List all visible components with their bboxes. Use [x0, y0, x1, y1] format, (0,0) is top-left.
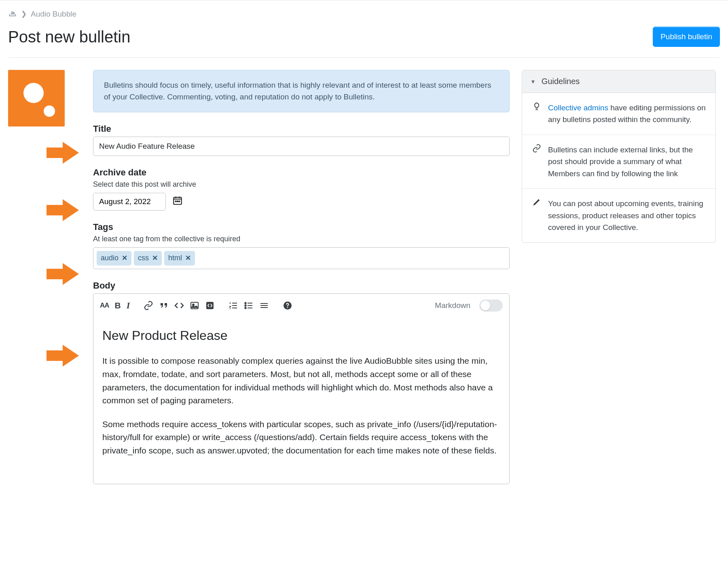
- svg-point-15: [287, 307, 288, 308]
- guideline-item: Bulletins can include external links, bu…: [522, 135, 715, 189]
- svg-point-12: [245, 305, 246, 306]
- guideline-item: You can post about upcoming events, trai…: [522, 189, 715, 242]
- editor-box: AA B I: [93, 293, 510, 484]
- collective-admins-link[interactable]: Collective admins: [548, 103, 608, 112]
- page-title: Post new bulletin: [8, 28, 130, 46]
- title-group: Title: [93, 124, 510, 156]
- image-icon[interactable]: [190, 301, 199, 310]
- link-icon: [532, 144, 542, 153]
- tag-label: css: [138, 254, 149, 262]
- archive-date-group: Archive date Select date this post will …: [93, 167, 510, 211]
- tag-remove-icon[interactable]: ✕: [152, 254, 158, 262]
- page-header: Post new bulletin Publish bulletin: [8, 27, 720, 58]
- left-column: [8, 70, 81, 126]
- markdown-label: Markdown: [435, 301, 470, 310]
- tags-label: Tags: [93, 222, 510, 232]
- lightbulb-icon: [532, 102, 542, 111]
- tag-label: audio: [101, 254, 119, 262]
- tags-hint: At least one tag from the collective is …: [93, 235, 510, 243]
- collective-avatar: [8, 70, 65, 126]
- archive-date-hint: Select date this post will archive: [93, 180, 510, 189]
- guideline-text: Bulletins can include external links, bu…: [548, 144, 706, 179]
- breadcrumb-link[interactable]: Audio Bubble: [31, 10, 76, 19]
- italic-icon[interactable]: I: [127, 300, 130, 311]
- code-icon[interactable]: [174, 301, 184, 310]
- chevron-down-icon: ▼: [530, 78, 536, 85]
- svg-point-6: [177, 201, 178, 202]
- pencil-icon: [532, 198, 542, 207]
- help-icon[interactable]: [283, 301, 292, 310]
- tag-chip[interactable]: css✕: [134, 251, 162, 266]
- info-notice: Bulletins should focus on timely, useful…: [93, 70, 510, 112]
- svg-point-7: [179, 201, 180, 202]
- tags-input[interactable]: audio✕css✕html✕: [93, 247, 510, 269]
- horizontal-rule-icon[interactable]: [259, 301, 269, 310]
- sidebar: ▼ Guidelines Collective admins have edit…: [522, 70, 716, 243]
- tags-group: Tags At least one tag from the collectiv…: [93, 222, 510, 269]
- tag-chip[interactable]: audio✕: [97, 251, 131, 266]
- title-input[interactable]: [93, 137, 510, 156]
- arrow-indicator-icon: [47, 142, 79, 164]
- arrow-indicator-icon: [47, 345, 79, 367]
- tag-label: html: [168, 254, 182, 262]
- body-label: Body: [93, 280, 510, 291]
- guidelines-header[interactable]: ▼ Guidelines: [522, 70, 715, 93]
- editor-paragraph: Some methods require access_tokens with …: [102, 418, 500, 457]
- tag-remove-icon[interactable]: ✕: [122, 254, 127, 262]
- svg-marker-3: [47, 345, 79, 367]
- main-column: Bulletins should focus on timely, useful…: [93, 70, 510, 495]
- svg-marker-0: [47, 142, 79, 164]
- guidelines-title: Guidelines: [542, 77, 580, 86]
- svg-marker-1: [47, 199, 79, 221]
- svg-rect-10: [206, 302, 214, 309]
- guidelines-panel: ▼ Guidelines Collective admins have edit…: [522, 70, 716, 243]
- archive-date-label: Archive date: [93, 167, 510, 178]
- calendar-icon[interactable]: [172, 195, 183, 208]
- link-icon[interactable]: [144, 301, 153, 310]
- editor-toolbar: AA B I: [93, 294, 509, 318]
- quote-icon[interactable]: [159, 301, 169, 310]
- markdown-toggle[interactable]: [479, 299, 503, 312]
- arrow-indicator-icon: [47, 263, 79, 285]
- heading-icon[interactable]: AA: [100, 301, 109, 310]
- chevron-right-icon: ❯: [21, 10, 27, 18]
- title-label: Title: [93, 124, 510, 134]
- breadcrumb: ❯ Audio Bubble: [8, 8, 720, 19]
- ordered-list-icon[interactable]: [229, 301, 238, 310]
- body-group: Body AA B I: [93, 280, 510, 484]
- svg-marker-2: [47, 263, 79, 285]
- arrow-indicator-icon: [47, 199, 79, 221]
- guideline-text: You can post about upcoming events, trai…: [548, 198, 706, 233]
- tag-chip[interactable]: html✕: [164, 251, 195, 266]
- publish-bulletin-button[interactable]: Publish bulletin: [653, 27, 720, 47]
- guideline-text: Collective admins have editing permissio…: [548, 102, 706, 126]
- svg-point-5: [176, 201, 176, 202]
- svg-point-13: [245, 307, 246, 308]
- tag-remove-icon[interactable]: ✕: [185, 254, 191, 262]
- editor-heading: New Product Release: [102, 326, 500, 346]
- editor-paragraph: It is possible to compose reasonably com…: [102, 354, 500, 407]
- editor-content[interactable]: New Product Release It is possible to co…: [93, 318, 509, 484]
- snippet-icon[interactable]: [205, 301, 215, 310]
- bold-icon[interactable]: B: [115, 301, 121, 310]
- archive-date-input[interactable]: [93, 193, 166, 211]
- unordered-list-icon[interactable]: [244, 301, 254, 310]
- stack-logo-icon: [8, 8, 17, 19]
- guideline-item: Collective admins have editing permissio…: [522, 93, 715, 135]
- svg-point-11: [245, 302, 246, 304]
